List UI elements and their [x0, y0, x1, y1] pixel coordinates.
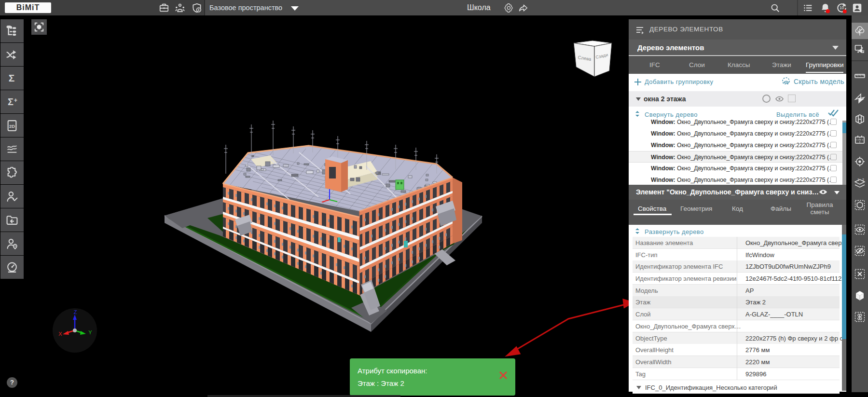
svg-text:Σ: Σ — [8, 96, 14, 107]
svg-text:1: 1 — [857, 178, 859, 181]
svg-text:2: 2 — [862, 178, 864, 181]
svg-text:X: X — [58, 331, 62, 337]
svg-text:Z: Z — [74, 309, 77, 315]
svg-text:Σ: Σ — [9, 72, 15, 83]
svg-text:+: + — [14, 96, 17, 103]
svg-text:10: 10 — [840, 6, 844, 10]
svg-text:Y: Y — [88, 329, 92, 335]
svg-text:2D: 2D — [9, 123, 15, 128]
